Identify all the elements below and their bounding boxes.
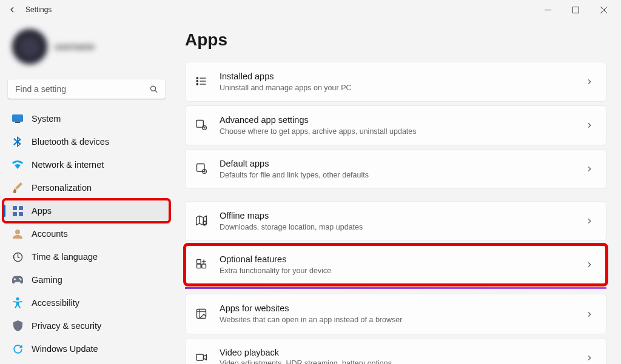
- sidebar-item-bluetooth[interactable]: Bluetooth & devices: [4, 131, 169, 153]
- apps-icon: [12, 205, 23, 216]
- card-subtitle: Defaults for file and link types, other …: [220, 170, 585, 180]
- default-apps-icon: [195, 162, 209, 176]
- sidebar-item-time[interactable]: Time & language: [4, 246, 169, 268]
- title-bar: Settings: [0, 0, 621, 19]
- svg-rect-22: [197, 264, 201, 268]
- card-title: Installed apps: [220, 71, 585, 82]
- shield-icon: [12, 320, 23, 331]
- close-icon: [600, 7, 607, 13]
- sidebar-item-gaming[interactable]: Gaming: [4, 269, 169, 291]
- websites-icon: [195, 308, 209, 321]
- brush-icon: [12, 182, 23, 193]
- video-icon: [195, 351, 209, 364]
- system-icon: [12, 113, 23, 124]
- sidebar-item-label: Accessibility: [32, 298, 79, 308]
- svg-point-13: [16, 297, 19, 300]
- sidebar-item-system[interactable]: System: [4, 108, 169, 130]
- svg-rect-1: [572, 7, 579, 13]
- search-box[interactable]: [7, 79, 166, 99]
- card-subtitle: Uninstall and manage apps on your PC: [220, 83, 585, 93]
- svg-rect-4: [15, 122, 20, 123]
- sidebar-item-apps[interactable]: Apps: [4, 200, 169, 222]
- sidebar-item-label: Accounts: [32, 229, 68, 239]
- clock-icon: [12, 251, 23, 262]
- svg-rect-23: [202, 264, 206, 268]
- card-subtitle: Choose where to get apps, archive apps, …: [220, 127, 585, 136]
- sidebar-item-label: Windows Update: [32, 344, 98, 354]
- close-button[interactable]: [589, 0, 617, 19]
- wifi-icon: [12, 159, 23, 170]
- svg-rect-5: [13, 206, 17, 210]
- card-title: Offline maps: [220, 210, 585, 222]
- sidebar-item-accessibility[interactable]: Accessibility: [4, 292, 169, 314]
- svg-point-16: [196, 84, 198, 85]
- card-title: Apps for websites: [220, 303, 585, 314]
- sidebar-item-label: Time & language: [32, 252, 98, 262]
- svg-point-14: [196, 78, 198, 79]
- svg-point-2: [151, 86, 156, 91]
- update-icon: [12, 343, 23, 354]
- sidebar-item-accounts[interactable]: Accounts: [4, 223, 169, 245]
- svg-point-12: [20, 279, 21, 280]
- svg-rect-7: [13, 212, 17, 216]
- sidebar-item-label: Network & internet: [32, 160, 104, 170]
- card-subtitle: Video adjustments, HDR streaming, batter…: [220, 359, 585, 364]
- card-default-apps[interactable]: Default apps Defaults for file and link …: [185, 149, 606, 189]
- card-offline-maps[interactable]: Offline maps Downloads, storage location…: [185, 201, 606, 241]
- sidebar-item-privacy[interactable]: Privacy & security: [4, 315, 169, 337]
- profile-name: username: [55, 42, 95, 51]
- chevron-right-icon: [585, 260, 594, 269]
- minimize-icon: [545, 7, 551, 13]
- sidebar-item-label: Privacy & security: [32, 321, 101, 331]
- card-title: Advanced app settings: [220, 114, 585, 126]
- svg-rect-8: [19, 212, 23, 216]
- sidebar-item-label: Apps: [32, 206, 52, 216]
- card-subtitle: Downloads, storage location, map updates: [220, 222, 585, 232]
- main-content: Apps Installed apps Uninstall and manage…: [173, 19, 621, 364]
- optional-features-icon: [195, 258, 209, 271]
- sidebar-item-network[interactable]: Network & internet: [4, 154, 169, 176]
- nav-list: System Bluetooth & devices Network & int…: [4, 108, 169, 360]
- avatar: [12, 29, 47, 64]
- map-icon: [195, 214, 209, 228]
- maximize-button[interactable]: [562, 0, 589, 19]
- search-input[interactable]: [7, 79, 166, 99]
- card-optional-features[interactable]: Optional features Extra functionality fo…: [185, 245, 606, 285]
- svg-rect-19: [197, 164, 205, 172]
- card-title: Default apps: [220, 158, 585, 170]
- arrow-left-icon: [7, 5, 17, 15]
- accounts-icon: [12, 228, 23, 239]
- card-subtitle: Extra functionality for your device: [220, 266, 585, 276]
- search-icon: [149, 85, 158, 94]
- svg-rect-6: [19, 206, 23, 210]
- sidebar-item-label: Personalization: [32, 183, 92, 193]
- chevron-right-icon: [585, 121, 594, 130]
- sidebar-item-personalization[interactable]: Personalization: [4, 177, 169, 199]
- chevron-right-icon: [585, 165, 594, 173]
- card-installed-apps[interactable]: Installed apps Uninstall and manage apps…: [185, 62, 606, 102]
- maximize-icon: [572, 7, 579, 13]
- sidebar: username System Bluetooth & devices Netw…: [0, 19, 173, 364]
- svg-point-11: [19, 278, 20, 279]
- back-button[interactable]: [4, 1, 21, 18]
- svg-rect-26: [196, 354, 204, 360]
- app-gear-icon: [195, 119, 209, 132]
- highlight-underline: [185, 287, 606, 289]
- accessibility-icon: [12, 297, 23, 308]
- svg-rect-0: [545, 10, 551, 10]
- card-video-playback[interactable]: Video playback Video adjustments, HDR st…: [185, 338, 606, 364]
- sidebar-item-label: Gaming: [32, 275, 62, 285]
- chevron-right-icon: [585, 217, 594, 225]
- sidebar-item-update[interactable]: Windows Update: [4, 338, 169, 360]
- card-subtitle: Websites that can open in an app instead…: [220, 315, 585, 325]
- window-title: Settings: [25, 5, 52, 14]
- profile-block[interactable]: username: [4, 24, 169, 75]
- bluetooth-icon: [12, 136, 23, 147]
- chevron-right-icon: [585, 354, 594, 362]
- svg-rect-3: [12, 114, 23, 122]
- card-apps-for-websites[interactable]: Apps for websites Websites that can open…: [185, 294, 606, 334]
- svg-rect-24: [197, 260, 201, 264]
- sidebar-item-label: System: [32, 114, 61, 124]
- minimize-button[interactable]: [534, 0, 562, 19]
- card-advanced-app-settings[interactable]: Advanced app settings Choose where to ge…: [185, 105, 606, 145]
